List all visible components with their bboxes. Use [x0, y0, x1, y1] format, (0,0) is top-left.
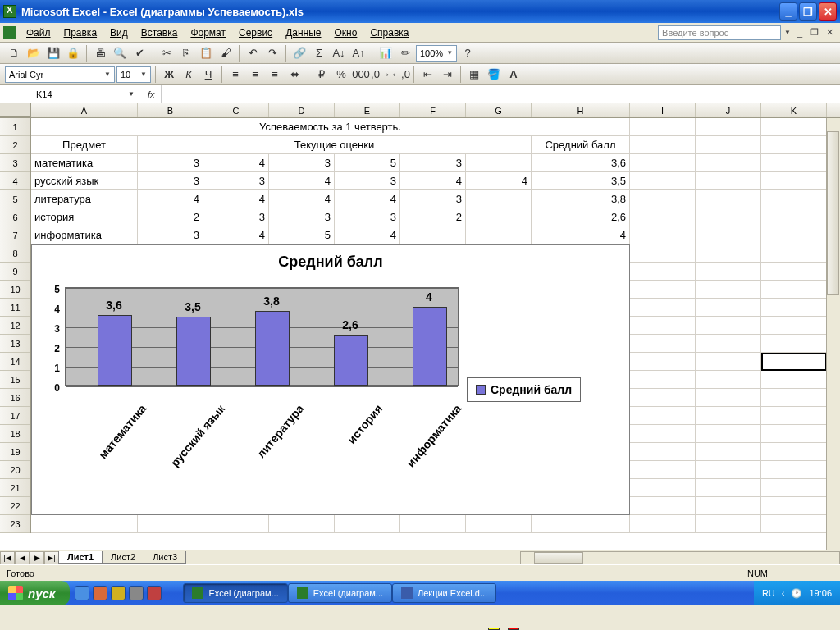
cell-I23[interactable]	[630, 515, 696, 533]
cell-C5[interactable]: 4	[203, 190, 269, 208]
cell-J19[interactable]	[696, 443, 761, 461]
cell-E23[interactable]	[335, 515, 400, 533]
align-left-icon[interactable]: ≡	[226, 66, 244, 84]
copy-icon[interactable]: ⎘	[177, 44, 195, 62]
cell-H4[interactable]: 3,5	[532, 172, 630, 190]
cell-K17[interactable]	[761, 407, 827, 425]
cell-I4[interactable]	[630, 172, 696, 190]
cell-K9[interactable]	[761, 262, 827, 281]
cell-K11[interactable]	[761, 299, 827, 317]
cell-J18[interactable]	[696, 425, 761, 443]
increase-indent-icon[interactable]: ⇥	[438, 66, 456, 84]
cell-J15[interactable]	[696, 371, 761, 389]
cell-G23[interactable]	[466, 515, 532, 533]
cell-I12[interactable]	[630, 317, 696, 335]
cell-G6[interactable]	[466, 208, 532, 226]
cell-K18[interactable]	[761, 425, 827, 443]
menu-help[interactable]: Справка	[363, 25, 415, 40]
cell-C3[interactable]: 4	[203, 154, 269, 172]
cell-D4[interactable]: 4	[269, 172, 335, 190]
merge-center-icon[interactable]: ⬌	[285, 66, 304, 84]
permission-icon[interactable]: 🔒	[64, 44, 82, 62]
column-header-A[interactable]: A	[31, 103, 138, 117]
column-header-C[interactable]: C	[203, 103, 269, 117]
cell-K2[interactable]	[761, 136, 827, 154]
cell-I7[interactable]	[630, 226, 696, 244]
cell-J5[interactable]	[696, 190, 761, 208]
column-header-H[interactable]: H	[532, 103, 630, 117]
cell-G7[interactable]	[466, 226, 532, 244]
drawing-icon[interactable]: ✏	[396, 44, 414, 62]
column-header-E[interactable]: E	[335, 103, 400, 117]
decrease-indent-icon[interactable]: ⇤	[418, 66, 436, 84]
cell-A2[interactable]: Предмет	[31, 136, 138, 154]
cell-K12[interactable]	[761, 317, 827, 335]
menu-file[interactable]: Файл	[20, 25, 57, 40]
redo-icon[interactable]: ↷	[263, 44, 281, 62]
clock[interactable]: 19:06	[809, 588, 832, 598]
cell-B5[interactable]: 4	[138, 190, 203, 208]
cell-D23[interactable]	[269, 515, 335, 533]
cell-K21[interactable]	[761, 479, 827, 497]
cell-K14[interactable]	[761, 353, 827, 371]
cell-J1[interactable]	[696, 118, 761, 136]
cell-J2[interactable]	[696, 136, 761, 154]
cell-B23[interactable]	[138, 515, 203, 533]
align-right-icon[interactable]: ≡	[266, 66, 284, 84]
column-header-I[interactable]: I	[630, 103, 696, 117]
name-box-dropdown-icon[interactable]: ▼	[128, 90, 141, 98]
row-header-16[interactable]: 16	[0, 389, 30, 407]
cell-I11[interactable]	[630, 299, 696, 317]
row-header-19[interactable]: 19	[0, 443, 30, 461]
quick-launch-icon[interactable]	[147, 586, 162, 600]
underline-button[interactable]: Ч	[199, 66, 217, 84]
cell-I13[interactable]	[630, 335, 696, 353]
column-header-J[interactable]: J	[696, 103, 761, 117]
start-button[interactable]: пуск	[0, 581, 70, 605]
cell-I21[interactable]	[630, 479, 696, 497]
cell-K1[interactable]	[761, 118, 827, 136]
save-icon[interactable]: 💾	[44, 44, 62, 62]
quick-launch-icon[interactable]	[93, 586, 107, 600]
row-header-21[interactable]: 21	[0, 479, 30, 497]
cell-C7[interactable]: 4	[203, 226, 269, 244]
cell-J12[interactable]	[696, 317, 761, 335]
cell-J10[interactable]	[696, 281, 761, 299]
sheet-tab-3[interactable]: Лист3	[144, 551, 186, 564]
format-painter-icon[interactable]: 🖌	[217, 44, 235, 62]
cell-D6[interactable]: 3	[269, 208, 335, 226]
cell-E7[interactable]: 4	[335, 226, 400, 244]
cell-E5[interactable]: 4	[335, 190, 400, 208]
cell-E6[interactable]: 3	[335, 208, 400, 226]
cell-A1[interactable]: Успеваемость за 1 четверть.	[31, 118, 630, 136]
horizontal-scrollbar[interactable]	[520, 551, 840, 564]
cell-I8[interactable]	[630, 244, 696, 262]
cell-C4[interactable]: 3	[203, 172, 269, 190]
font-color-icon[interactable]: A	[504, 66, 523, 84]
tab-nav-next-icon[interactable]: ▶	[30, 551, 44, 564]
cell-D5[interactable]: 4	[269, 190, 335, 208]
chart-wizard-icon[interactable]: 📊	[377, 44, 395, 62]
cell-J21[interactable]	[696, 479, 761, 497]
cell-J3[interactable]	[696, 154, 761, 172]
cell-J22[interactable]	[696, 497, 761, 515]
font-size-combo[interactable]: 10▼	[116, 66, 151, 83]
doc-restore-button[interactable]: ❐	[809, 27, 820, 39]
cell-K23[interactable]	[761, 515, 827, 533]
row-header-8[interactable]: 8	[0, 244, 30, 262]
quick-launch-icon[interactable]	[129, 586, 144, 600]
column-header-D[interactable]: D	[269, 103, 335, 117]
row-header-15[interactable]: 15	[0, 371, 30, 389]
sheet-tab-1[interactable]: Лист1	[58, 551, 103, 564]
maximize-button[interactable]: ❐	[799, 2, 817, 21]
cell-A23[interactable]	[31, 515, 138, 533]
align-center-icon[interactable]: ≡	[246, 66, 264, 84]
tab-nav-prev-icon[interactable]: ◀	[15, 551, 30, 564]
row-header-12[interactable]: 12	[0, 317, 30, 335]
cell-K13[interactable]	[761, 335, 827, 353]
font-combo[interactable]: Arial Cyr▼	[5, 66, 115, 83]
cell-A5[interactable]: литература	[31, 190, 138, 208]
tab-nav-first-icon[interactable]: |◀	[0, 551, 15, 564]
cell-I14[interactable]	[630, 353, 696, 371]
ask-question-box[interactable]: Введите вопрос	[658, 25, 781, 40]
